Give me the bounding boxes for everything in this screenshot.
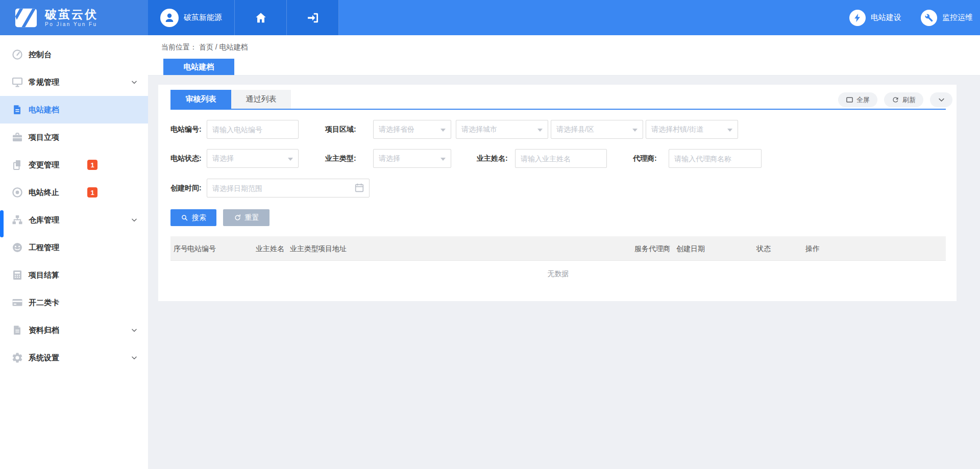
sidebar-item-project-initiation[interactable]: 项目立项 [0, 124, 148, 151]
tab-approved-list[interactable]: 通过列表 [231, 90, 291, 109]
province-select-placeholder: 请选择省份 [379, 125, 414, 134]
sidebar: 控制台 常规管理 电站建档 项目立项 变更管理 1 电站终止 1 [0, 35, 148, 469]
bank-card-icon [11, 296, 24, 309]
date-range-input[interactable] [207, 179, 370, 198]
reset-button[interactable]: 重置 [223, 209, 270, 226]
caret-down-icon [727, 129, 732, 132]
owner-type-label: 业主类型: [325, 149, 356, 168]
user-menu[interactable]: 破茧新能源 [148, 0, 235, 35]
col-address: 项目地址 [318, 236, 347, 261]
target-icon [11, 186, 24, 199]
search-label: 搜索 [192, 213, 206, 223]
fullscreen-icon [846, 96, 853, 104]
sidebar-item-label: 系统设置 [29, 353, 59, 363]
gauge-icon [11, 241, 24, 254]
panel-card: 审核列表 通过列表 全屏 刷新 电站编号: 项目区域: 请选择省份 [158, 85, 957, 301]
chevron-down-icon [938, 96, 945, 104]
notification-badge: 1 [87, 187, 97, 198]
home-button[interactable] [235, 0, 287, 35]
logout-button[interactable] [287, 0, 339, 35]
sidebar-item-label: 仓库管理 [29, 215, 59, 225]
region-label: 项目区域: [325, 120, 356, 139]
brand-logo[interactable]: 破茧云伏 Po Jian Yun Fu [0, 0, 148, 35]
monitor-icon [11, 76, 24, 89]
agent-label: 代理商: [633, 149, 657, 168]
owner-name-label: 业主姓名: [477, 149, 508, 168]
filter-row-2: 电站状态: 请选择 业主类型: 请选择 业主姓名: 代理商: [158, 149, 957, 168]
caret-down-icon [537, 129, 543, 132]
brand-subtitle: Po Jian Yun Fu [45, 21, 98, 27]
sidebar-item-system-settings[interactable]: 系统设置 [0, 344, 148, 372]
calendar-icon[interactable] [354, 182, 365, 193]
date-range-field [207, 179, 370, 198]
search-button[interactable]: 搜索 [170, 209, 216, 226]
col-owner-name: 业主姓名 [256, 236, 284, 261]
header-spacer [339, 0, 849, 35]
header-quick-links: 电站建设 监控运维 [849, 0, 980, 35]
panel-toolbar: 全屏 刷新 [838, 92, 952, 107]
user-name: 破茧新能源 [184, 13, 222, 22]
sidebar-item-open-card[interactable]: 开二类卡 [0, 289, 148, 316]
refresh-button[interactable]: 刷新 [884, 92, 923, 107]
caret-down-icon [288, 158, 293, 161]
avatar [160, 9, 179, 27]
sidebar-item-general-mgmt[interactable]: 常规管理 [0, 68, 148, 96]
gear-icon [11, 351, 24, 364]
notification-badge: 1 [87, 160, 97, 170]
page-tab-station-filing[interactable]: 电站建档 [163, 59, 234, 75]
sidebar-item-label: 资料归档 [29, 326, 59, 335]
caret-down-icon [440, 129, 446, 132]
station-no-input[interactable] [207, 120, 299, 139]
station-status-select[interactable]: 请选择 [207, 149, 299, 168]
briefcase-icon [11, 131, 24, 144]
home-icon [254, 11, 267, 24]
wrench-icon [921, 10, 937, 26]
calculator-icon [11, 268, 24, 282]
agent-input[interactable] [669, 149, 762, 168]
owner-type-select[interactable]: 请选择 [373, 149, 451, 168]
col-status: 状态 [756, 236, 771, 261]
chevron-down-icon [131, 216, 138, 224]
col-owner-type: 业主类型 [290, 236, 318, 261]
fullscreen-button[interactable]: 全屏 [838, 92, 877, 107]
sidebar-item-label: 开二类卡 [29, 298, 59, 308]
province-select[interactable]: 请选择省份 [373, 120, 451, 139]
archive-icon [11, 324, 24, 337]
col-index: 序号 [174, 236, 188, 261]
collapse-button[interactable] [930, 92, 952, 107]
sidebar-item-warehouse-mgmt[interactable]: 仓库管理 [0, 206, 148, 234]
create-time-label: 创建时间: [170, 179, 202, 198]
sidebar-item-label: 电站建档 [29, 105, 59, 115]
sidebar-item-change-mgmt[interactable]: 变更管理 1 [0, 151, 148, 179]
tab-review-list[interactable]: 审核列表 [170, 90, 231, 109]
sidebar-item-project-settlement[interactable]: 项目结算 [0, 261, 148, 289]
pages-icon [11, 158, 24, 171]
fullscreen-label: 全屏 [856, 95, 870, 105]
empty-state-text: 无数据 [170, 269, 946, 279]
nav-station-construction[interactable]: 电站建设 [849, 10, 901, 26]
sidebar-item-label: 控制台 [29, 50, 52, 60]
city-select[interactable]: 请选择城市 [456, 120, 548, 139]
station-status-label: 电站状态: [170, 149, 202, 168]
sidebar-item-label: 电站终止 [29, 188, 59, 198]
nav-label: 监控运维 [942, 13, 973, 22]
county-select[interactable]: 请选择县/区 [551, 120, 643, 139]
breadcrumb-path[interactable]: 首页 / 电站建档 [199, 43, 248, 51]
breadcrumb: 当前位置： 首页 / 电站建档 [161, 43, 248, 52]
sidebar-scrollbar-thumb[interactable] [0, 210, 4, 237]
caret-down-icon [632, 129, 638, 132]
nav-monitoring-ops[interactable]: 监控运维 [921, 10, 973, 26]
caret-down-icon [440, 158, 446, 161]
sidebar-item-console[interactable]: 控制台 [0, 41, 148, 68]
reset-icon [234, 214, 241, 221]
town-select[interactable]: 请选择村镇/街道 [646, 120, 738, 139]
chevron-down-icon [131, 354, 138, 361]
owner-name-input[interactable] [515, 149, 607, 168]
sidebar-item-data-archive[interactable]: 资料归档 [0, 316, 148, 344]
col-station-no: 电站编号 [187, 236, 216, 261]
sign-in-icon [306, 11, 320, 25]
sidebar-item-engineering-mgmt[interactable]: 工程管理 [0, 234, 148, 261]
sidebar-item-station-filing[interactable]: 电站建档 [0, 96, 148, 124]
sidebar-item-station-termination[interactable]: 电站终止 1 [0, 179, 148, 206]
owner-type-placeholder: 请选择 [379, 154, 400, 163]
